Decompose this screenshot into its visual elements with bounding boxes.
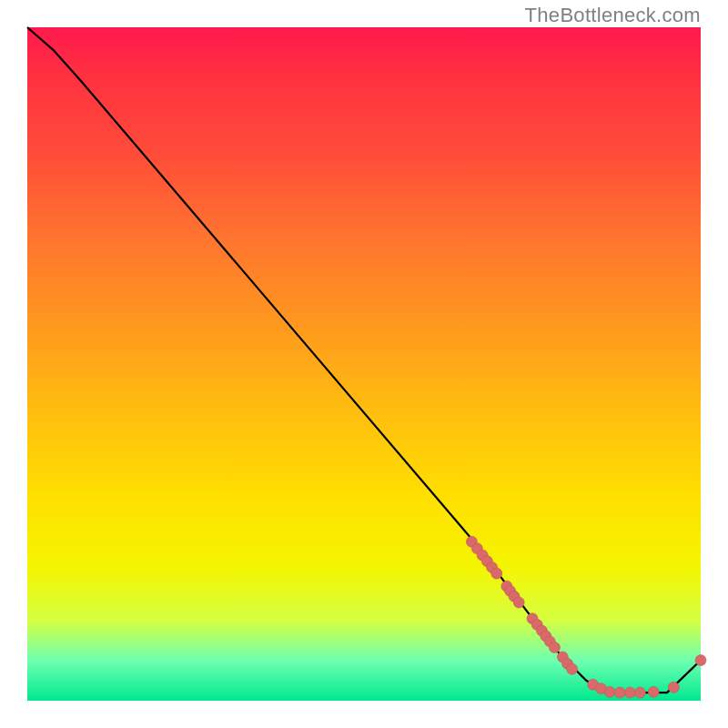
data-point <box>614 687 625 698</box>
chart-canvas: TheBottleneck.com <box>0 0 728 728</box>
data-point <box>648 686 659 697</box>
data-point <box>668 682 679 693</box>
data-point <box>567 663 578 674</box>
data-point <box>634 687 645 698</box>
data-point <box>604 686 615 697</box>
data-point <box>549 642 560 653</box>
data-point-end <box>695 655 706 666</box>
attribution-text: TheBottleneck.com <box>525 4 701 27</box>
bottleneck-curve <box>27 27 701 693</box>
data-point <box>513 597 524 608</box>
data-point <box>491 568 502 579</box>
chart-overlay-svg <box>27 27 701 701</box>
chart-layer <box>27 27 706 698</box>
data-point <box>624 687 635 698</box>
